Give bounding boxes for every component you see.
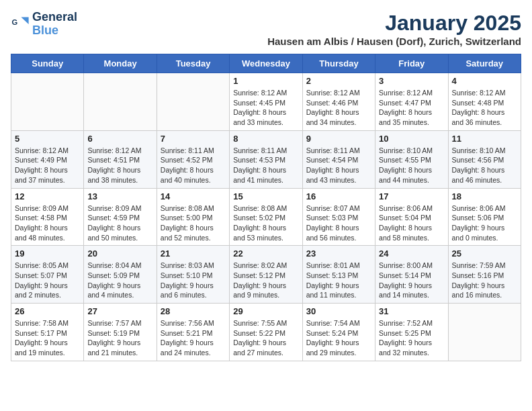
- weekday-header: Saturday: [448, 54, 521, 73]
- calendar-cell: 31Sunrise: 7:52 AM Sunset: 5:25 PM Dayli…: [375, 304, 448, 361]
- calendar-cell: 25Sunrise: 7:59 AM Sunset: 5:16 PM Dayli…: [448, 246, 521, 304]
- day-info: Sunrise: 8:06 AM Sunset: 5:04 PM Dayligh…: [379, 203, 444, 243]
- svg-text:G: G: [11, 18, 17, 26]
- day-info: Sunrise: 8:09 AM Sunset: 4:59 PM Dayligh…: [87, 203, 152, 243]
- calendar-cell: 2Sunrise: 8:12 AM Sunset: 4:46 PM Daylig…: [302, 73, 375, 131]
- day-info: Sunrise: 7:52 AM Sunset: 5:25 PM Dayligh…: [379, 318, 444, 358]
- day-number: 4: [452, 76, 517, 86]
- day-info: Sunrise: 8:12 AM Sunset: 4:45 PM Dayligh…: [233, 88, 298, 128]
- day-number: 16: [306, 191, 371, 201]
- calendar-cell: 19Sunrise: 8:05 AM Sunset: 5:07 PM Dayli…: [11, 246, 84, 304]
- calendar-cell: 8Sunrise: 8:11 AM Sunset: 4:53 PM Daylig…: [230, 130, 302, 188]
- logo: G General Blue: [11, 11, 77, 38]
- day-number: 21: [161, 248, 226, 259]
- calendar-cell: 29Sunrise: 7:55 AM Sunset: 5:22 PM Dayli…: [230, 304, 302, 361]
- calendar-cell: 5Sunrise: 8:12 AM Sunset: 4:49 PM Daylig…: [11, 130, 84, 188]
- day-info: Sunrise: 8:06 AM Sunset: 5:06 PM Dayligh…: [452, 203, 517, 243]
- calendar-cell: 7Sunrise: 8:11 AM Sunset: 4:52 PM Daylig…: [157, 130, 229, 188]
- calendar-cell: 17Sunrise: 8:06 AM Sunset: 5:04 PM Dayli…: [375, 188, 448, 246]
- day-info: Sunrise: 8:08 AM Sunset: 5:02 PM Dayligh…: [233, 203, 298, 243]
- calendar-cell: 16Sunrise: 8:07 AM Sunset: 5:03 PM Dayli…: [302, 188, 375, 246]
- calendar-cell: [84, 73, 157, 131]
- calendar-cell: 6Sunrise: 8:12 AM Sunset: 4:51 PM Daylig…: [84, 130, 157, 188]
- day-number: 15: [233, 191, 298, 201]
- calendar-cell: 11Sunrise: 8:10 AM Sunset: 4:56 PM Dayli…: [448, 130, 521, 188]
- day-info: Sunrise: 8:11 AM Sunset: 4:53 PM Dayligh…: [233, 146, 298, 185]
- calendar-cell: 1Sunrise: 8:12 AM Sunset: 4:45 PM Daylig…: [230, 73, 302, 131]
- calendar-week-row: 12Sunrise: 8:09 AM Sunset: 4:58 PM Dayli…: [11, 188, 521, 246]
- day-number: 7: [161, 134, 226, 144]
- weekday-header: Wednesday: [230, 54, 302, 73]
- day-number: 30: [306, 306, 371, 316]
- day-number: 2: [306, 76, 371, 86]
- calendar-cell: 12Sunrise: 8:09 AM Sunset: 4:58 PM Dayli…: [11, 188, 84, 246]
- calendar-cell: 26Sunrise: 7:58 AM Sunset: 5:17 PM Dayli…: [11, 304, 84, 361]
- day-number: 17: [379, 191, 444, 201]
- day-number: 8: [233, 134, 298, 144]
- day-number: 3: [379, 76, 444, 86]
- calendar-cell: 9Sunrise: 8:11 AM Sunset: 4:54 PM Daylig…: [302, 130, 375, 188]
- weekday-header: Monday: [84, 54, 157, 73]
- day-number: 5: [15, 134, 80, 144]
- day-info: Sunrise: 7:55 AM Sunset: 5:22 PM Dayligh…: [233, 318, 298, 358]
- day-info: Sunrise: 8:03 AM Sunset: 5:10 PM Dayligh…: [161, 261, 226, 300]
- calendar-cell: [157, 73, 229, 131]
- calendar-cell: 18Sunrise: 8:06 AM Sunset: 5:06 PM Dayli…: [448, 188, 521, 246]
- day-number: 25: [452, 248, 517, 259]
- day-info: Sunrise: 8:11 AM Sunset: 4:54 PM Dayligh…: [306, 146, 371, 185]
- page-header: G General Blue January 2025 Hausen am Al…: [11, 11, 521, 47]
- day-info: Sunrise: 8:08 AM Sunset: 5:00 PM Dayligh…: [161, 203, 226, 243]
- calendar-cell: 20Sunrise: 8:04 AM Sunset: 5:09 PM Dayli…: [84, 246, 157, 304]
- calendar-cell: 13Sunrise: 8:09 AM Sunset: 4:59 PM Dayli…: [84, 188, 157, 246]
- day-number: 11: [452, 134, 517, 144]
- calendar-cell: 27Sunrise: 7:57 AM Sunset: 5:19 PM Dayli…: [84, 304, 157, 361]
- calendar-header-row: SundayMondayTuesdayWednesdayThursdayFrid…: [11, 54, 521, 73]
- day-info: Sunrise: 7:58 AM Sunset: 5:17 PM Dayligh…: [15, 318, 80, 358]
- day-number: 14: [161, 191, 226, 201]
- day-info: Sunrise: 8:12 AM Sunset: 4:48 PM Dayligh…: [452, 88, 517, 128]
- calendar-week-row: 19Sunrise: 8:05 AM Sunset: 5:07 PM Dayli…: [11, 246, 521, 304]
- calendar-cell: 21Sunrise: 8:03 AM Sunset: 5:10 PM Dayli…: [157, 246, 229, 304]
- calendar-cell: 4Sunrise: 8:12 AM Sunset: 4:48 PM Daylig…: [448, 73, 521, 131]
- day-number: 9: [306, 134, 371, 144]
- day-info: Sunrise: 8:04 AM Sunset: 5:09 PM Dayligh…: [87, 261, 152, 300]
- day-number: 28: [161, 306, 226, 316]
- day-info: Sunrise: 8:12 AM Sunset: 4:49 PM Dayligh…: [15, 146, 80, 185]
- calendar-cell: [11, 73, 84, 131]
- day-number: 6: [87, 134, 152, 144]
- day-info: Sunrise: 8:02 AM Sunset: 5:12 PM Dayligh…: [233, 261, 298, 300]
- logo-line2: Blue: [32, 24, 77, 38]
- day-info: Sunrise: 8:11 AM Sunset: 4:52 PM Dayligh…: [161, 146, 226, 185]
- calendar-cell: [448, 304, 521, 361]
- title-block: January 2025 Hausen am Albis / Hausen (D…: [267, 11, 521, 47]
- day-info: Sunrise: 8:12 AM Sunset: 4:46 PM Dayligh…: [306, 88, 371, 128]
- day-number: 24: [379, 248, 444, 259]
- day-info: Sunrise: 7:59 AM Sunset: 5:16 PM Dayligh…: [452, 261, 517, 300]
- month-title: January 2025: [267, 11, 521, 36]
- day-info: Sunrise: 8:07 AM Sunset: 5:03 PM Dayligh…: [306, 203, 371, 243]
- day-number: 31: [379, 306, 444, 316]
- calendar-week-row: 26Sunrise: 7:58 AM Sunset: 5:17 PM Dayli…: [11, 304, 521, 361]
- calendar-table: SundayMondayTuesdayWednesdayThursdayFrid…: [11, 54, 521, 361]
- day-info: Sunrise: 7:56 AM Sunset: 5:21 PM Dayligh…: [161, 318, 226, 358]
- day-info: Sunrise: 8:12 AM Sunset: 4:47 PM Dayligh…: [379, 88, 444, 128]
- weekday-header: Thursday: [302, 54, 375, 73]
- day-number: 18: [452, 191, 517, 201]
- logo-text: General Blue: [32, 11, 77, 38]
- calendar-cell: 28Sunrise: 7:56 AM Sunset: 5:21 PM Dayli…: [157, 304, 229, 361]
- day-number: 10: [379, 134, 444, 144]
- weekday-header: Sunday: [11, 54, 84, 73]
- day-number: 26: [15, 306, 80, 316]
- day-info: Sunrise: 8:09 AM Sunset: 4:58 PM Dayligh…: [15, 203, 80, 243]
- day-info: Sunrise: 8:05 AM Sunset: 5:07 PM Dayligh…: [15, 261, 80, 300]
- day-info: Sunrise: 7:57 AM Sunset: 5:19 PM Dayligh…: [87, 318, 152, 358]
- weekday-header: Tuesday: [157, 54, 229, 73]
- logo-line1: General: [32, 11, 77, 24]
- day-number: 12: [15, 191, 80, 201]
- weekday-header: Friday: [375, 54, 448, 73]
- day-info: Sunrise: 8:00 AM Sunset: 5:14 PM Dayligh…: [379, 261, 444, 300]
- calendar-cell: 14Sunrise: 8:08 AM Sunset: 5:00 PM Dayli…: [157, 188, 229, 246]
- day-number: 23: [306, 248, 371, 259]
- day-number: 13: [87, 191, 152, 201]
- day-number: 1: [233, 76, 298, 86]
